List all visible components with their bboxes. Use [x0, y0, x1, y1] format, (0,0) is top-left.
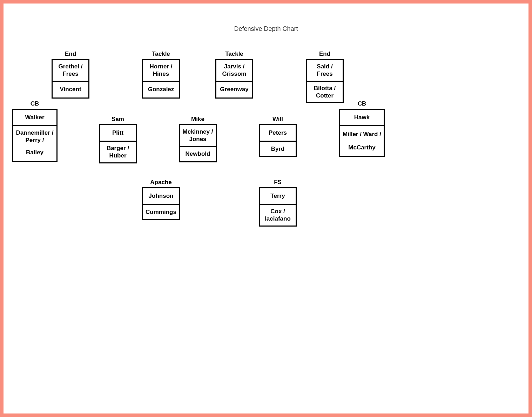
depth-slot-1: Terry — [260, 188, 296, 204]
depth-slot-2: Miller / Ward / — [340, 125, 384, 142]
position-label: Will — [259, 116, 297, 123]
depth-slot-1: Horner / Hines — [143, 60, 179, 81]
position-box: Hawk Miller / Ward / McCarthy — [339, 109, 385, 157]
depth-slot-2: Dannemiller / Perry / — [13, 125, 56, 147]
position-apache: Apache Johnson Cummings — [142, 179, 180, 220]
position-box: Plitt Barger / Huber — [99, 124, 137, 163]
position-tackle-left: Tackle Horner / Hines Gonzalez — [142, 51, 180, 99]
depth-slot-2: Vincent — [53, 81, 88, 97]
position-tackle-right: Tackle Jarvis / Grissom Greenway — [215, 51, 253, 99]
position-box: Peters Byrd — [259, 124, 297, 157]
depth-slot-1: Walker — [13, 110, 56, 125]
position-label: End — [306, 51, 344, 58]
depth-slot-2: Byrd — [260, 141, 296, 156]
position-box: Walker Dannemiller / Perry / Bailey — [12, 109, 58, 162]
position-label: CB — [12, 100, 58, 107]
position-label: Sam — [99, 116, 137, 123]
page-title: Defensive Depth Chart — [4, 25, 528, 33]
position-end-right: End Said / Frees Bilotta / Cotter — [306, 51, 344, 103]
depth-slot-1: Hawk — [340, 110, 384, 125]
position-end-left: End Grethel / Frees Vincent — [52, 51, 89, 99]
position-box: Mckinney / Jones Newbold — [179, 124, 217, 162]
position-label: Tackle — [142, 51, 180, 58]
depth-slot-3: Bailey — [13, 147, 56, 161]
depth-slot-2: Cox / Iaciafano — [260, 204, 296, 226]
position-box: Said / Frees Bilotta / Cotter — [306, 59, 344, 103]
position-box: Johnson Cummings — [142, 187, 180, 220]
depth-slot-1: Said / Frees — [307, 60, 343, 81]
position-label: Tackle — [215, 51, 253, 58]
position-will: Will Peters Byrd — [259, 116, 297, 157]
position-label: FS — [259, 179, 297, 186]
position-label: End — [52, 51, 89, 58]
depth-slot-2: Barger / Huber — [100, 141, 136, 162]
position-box: Grethel / Frees Vincent — [52, 59, 89, 99]
position-cb-right: CB Hawk Miller / Ward / McCarthy — [339, 100, 385, 157]
depth-slot-1: Grethel / Frees — [53, 60, 88, 81]
depth-slot-2: Cummings — [143, 204, 179, 219]
frame: Defensive Depth Chart End Grethel / Free… — [0, 0, 532, 417]
position-box: Terry Cox / Iaciafano — [259, 187, 297, 227]
depth-slot-1: Jarvis / Grissom — [216, 60, 252, 81]
depth-slot-2: Bilotta / Cotter — [307, 81, 343, 102]
depth-slot-1: Mckinney / Jones — [180, 125, 216, 146]
depth-slot-2: Gonzalez — [143, 81, 179, 97]
position-sam: Sam Plitt Barger / Huber — [99, 116, 137, 163]
position-mike: Mike Mckinney / Jones Newbold — [179, 116, 217, 162]
position-label: Mike — [179, 116, 217, 123]
position-label: CB — [339, 100, 385, 107]
position-cb-left: CB Walker Dannemiller / Perry / Bailey — [12, 100, 58, 162]
position-label: Apache — [142, 179, 180, 186]
position-fs: FS Terry Cox / Iaciafano — [259, 179, 297, 227]
depth-slot-1: Plitt — [100, 125, 136, 141]
depth-slot-2: Greenway — [216, 81, 252, 97]
depth-slot-1: Johnson — [143, 188, 179, 204]
depth-slot-1: Peters — [260, 125, 296, 141]
position-box: Jarvis / Grissom Greenway — [215, 59, 253, 99]
depth-slot-3: McCarthy — [340, 142, 384, 156]
depth-slot-2: Newbold — [180, 146, 216, 161]
position-box: Horner / Hines Gonzalez — [142, 59, 180, 99]
